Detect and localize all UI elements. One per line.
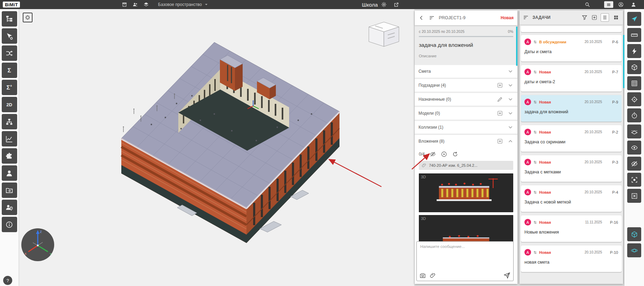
model-tree-button[interactable] [2, 11, 17, 27]
user-location-button[interactable] [2, 200, 17, 215]
section-cube-button[interactable] [627, 60, 641, 74]
relations-tool-button[interactable] [2, 45, 17, 61]
account-circle-icon[interactable] [618, 2, 624, 7]
avatar-icon[interactable] [631, 2, 636, 7]
add-icon[interactable] [497, 110, 503, 116]
graphs-tool-button[interactable] [2, 131, 17, 146]
view-cube-button[interactable] [627, 227, 641, 241]
task-card[interactable]: A Новая 20.10.2025 P-2 Задача со скринам… [521, 125, 622, 152]
isolate-button[interactable] [627, 173, 641, 187]
sum-tool-button[interactable]: Σ [2, 63, 17, 78]
plugins-button[interactable] [2, 148, 17, 164]
task-card[interactable]: A В обсуждении 20.10.2025 P-6 Даты и сме… [521, 35, 622, 62]
cut-plane-button[interactable] [627, 124, 641, 138]
folder-share-icon [5, 186, 13, 194]
back-icon[interactable] [418, 15, 425, 21]
task-card[interactable]: A Новая 20.10.2025 P-4 Задача с новой ме… [521, 185, 622, 212]
task-card[interactable]: A Новая 20.10.2025 P-10 новая смета [521, 245, 622, 272]
task-status: Новая [539, 220, 551, 224]
message-input[interactable] [420, 244, 510, 270]
sum-plus-tool-button[interactable]: Σ+ [2, 80, 17, 95]
navigate-button[interactable] [627, 12, 641, 26]
clash-button[interactable] [627, 44, 641, 58]
section-row[interactable]: Подзадачи (4) [415, 79, 517, 92]
task-card[interactable]: A Новая 20.10.2025 P-7 даты и смета-2 [521, 65, 622, 92]
top-bar: BiMiT Базовое пространство Школа [0, 0, 644, 9]
edit-icon[interactable] [497, 96, 503, 102]
attachment-thumbnail[interactable]: 3D [419, 173, 513, 212]
select-tool-button[interactable] [2, 28, 17, 44]
attachment-thumbnail[interactable]: 3D [419, 215, 513, 243]
section-grid-button[interactable] [627, 76, 641, 90]
left-toolbar: Σ Σ+ 2D [0, 9, 19, 286]
section-row[interactable]: Модели (0) [415, 107, 517, 120]
refresh-attachments-icon[interactable] [452, 151, 458, 157]
building-model[interactable] [19, 9, 414, 286]
sort-updown-icon [533, 40, 537, 44]
clear-selection-button[interactable] [627, 189, 641, 203]
add-icon[interactable] [497, 82, 503, 88]
orbit-button[interactable] [627, 243, 641, 257]
section-row[interactable]: Смета [415, 65, 517, 78]
eye-off-icon [631, 160, 638, 167]
task-meta: с 20.10.2025 по 20.10.2025 0% задача для… [415, 25, 517, 65]
task-status-badge[interactable]: Новая [501, 15, 514, 20]
menu-icon [606, 2, 611, 7]
task-id: P-6 [608, 40, 618, 44]
task-id: P-9 [608, 100, 618, 104]
users-button[interactable] [2, 165, 17, 181]
scheme-tool-button[interactable] [2, 114, 17, 129]
hide-attachments-icon[interactable] [430, 151, 436, 157]
attachment-file[interactable]: 740-20-АР изм. 6_25.04.2... [419, 161, 513, 170]
task-sections: Смета Подзадачи (4) Назначенные (0) [415, 65, 517, 148]
camera-icon[interactable] [420, 272, 426, 279]
section-label: Назначенные (0) [418, 97, 493, 102]
help-button[interactable]: ? [3, 276, 12, 285]
project-panel: PROJECT1-9 Новая с 20.10.2025 по 20.10.2… [415, 10, 517, 284]
team-icon[interactable] [133, 2, 138, 7]
task-card[interactable]: A Новая 20.10.2025 P-3 Задача с метками [521, 155, 622, 182]
layers-icon[interactable] [143, 2, 149, 7]
view-cube[interactable] [368, 21, 400, 48]
list-view-toggle[interactable] [601, 14, 609, 21]
axis-gizmo[interactable]: Z X Y [20, 227, 55, 262]
archive-icon[interactable] [122, 2, 127, 7]
info-button[interactable] [2, 217, 17, 232]
task-card[interactable]: A Новая 11.11.2025 P-16 Новые вложения [521, 215, 622, 242]
add-icon[interactable] [497, 138, 503, 144]
add-task-icon[interactable] [591, 14, 598, 21]
show-button[interactable] [627, 141, 641, 155]
task-date: 20.10.2025 [585, 70, 602, 74]
filter-icon[interactable] [581, 14, 588, 21]
search-icon[interactable] [585, 2, 590, 7]
info-icon [5, 221, 13, 229]
tasks-menu-icon[interactable] [523, 14, 529, 21]
attach-file-icon[interactable] [430, 272, 436, 279]
focus-button[interactable] [627, 92, 641, 106]
play-slideshow-icon[interactable] [441, 151, 447, 157]
send-message-icon[interactable] [503, 272, 510, 279]
avatar: A [524, 249, 531, 256]
section-row[interactable]: Коллизии (1) [415, 121, 517, 134]
menu-toggle-button[interactable] [604, 1, 613, 8]
viewport-focus-button[interactable] [23, 13, 33, 22]
section-row[interactable]: Вложения (8) [415, 135, 517, 148]
2d-view-button[interactable]: 2D [2, 97, 17, 112]
task-date: 20.10.2025 [585, 100, 602, 104]
workspace-selector[interactable]: Базовое пространство [158, 2, 209, 7]
hide-button[interactable] [627, 157, 641, 171]
shared-folder-button[interactable] [2, 183, 17, 198]
task-id: P-2 [608, 130, 618, 134]
viewport-3d[interactable]: Z X Y [19, 9, 414, 286]
chevron-icon [507, 96, 514, 102]
measure-button[interactable] [627, 28, 641, 42]
gear-icon[interactable] [381, 2, 387, 7]
project-menu-icon[interactable] [429, 15, 435, 21]
task-card-partial[interactable] [521, 26, 622, 32]
task-card[interactable]: A Новая 20.10.2025 P-9 задача для вложен… [521, 95, 622, 122]
grid-view-toggle[interactable] [612, 14, 620, 21]
panel-scrollbar[interactable] [516, 27, 517, 66]
section-row[interactable]: Назначенные (0) [415, 93, 517, 106]
share-icon[interactable] [394, 2, 399, 7]
timer-button[interactable] [627, 108, 641, 122]
